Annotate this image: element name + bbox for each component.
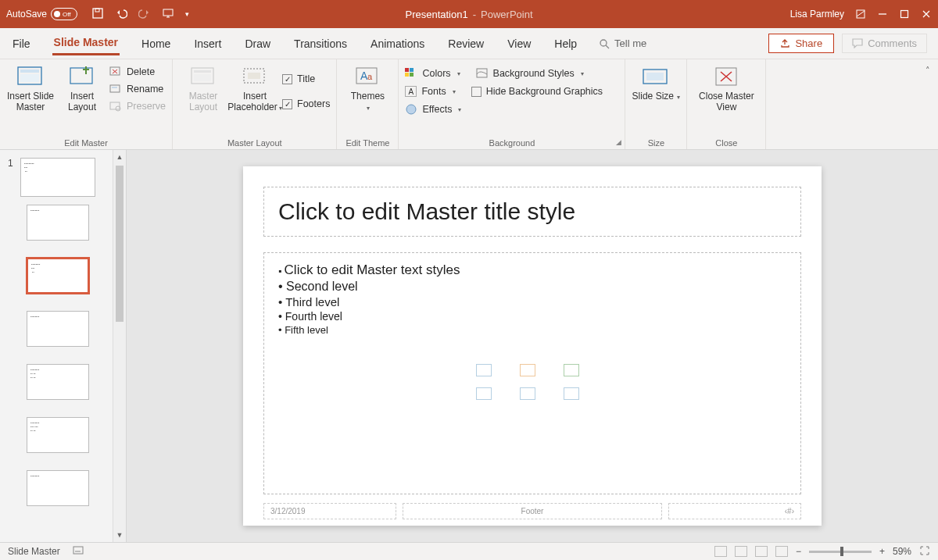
- present-icon[interactable]: [162, 7, 174, 22]
- autosave-control[interactable]: AutoSave Off: [6, 8, 77, 20]
- slide-canvas[interactable]: Click to edit Master title style Click t…: [127, 150, 938, 542]
- zoom-slider[interactable]: [809, 551, 872, 553]
- zoom-out-button[interactable]: −: [796, 546, 801, 557]
- bg-styles-button[interactable]: Background Styles▾: [476, 67, 584, 80]
- status-mode: Slide Master: [8, 546, 60, 557]
- scroll-thumb[interactable]: [116, 166, 124, 322]
- hide-bg-checkbox[interactable]: Hide Background Graphics: [471, 86, 603, 97]
- close-icon[interactable]: [921, 9, 932, 20]
- maximize-icon[interactable]: [899, 9, 910, 20]
- window-title: Presentation1 - PowerPoint: [405, 9, 532, 20]
- title-placeholder[interactable]: Click to edit Master title style: [263, 187, 801, 237]
- save-icon[interactable]: [91, 7, 104, 22]
- bullet-3[interactable]: Third level: [278, 295, 786, 309]
- slide-master-icon: [16, 66, 45, 87]
- qat-customize-icon[interactable]: ▾: [185, 10, 189, 18]
- scroll-down-icon[interactable]: ▼: [113, 528, 126, 542]
- master-layout-icon: [189, 66, 217, 87]
- app-name: PowerPoint: [481, 9, 532, 20]
- effects-label: Effects: [422, 104, 452, 115]
- tab-draw[interactable]: Draw: [243, 33, 272, 55]
- normal-view-icon[interactable]: [714, 546, 727, 557]
- thumb-scrollbar[interactable]: ▲ ▼: [113, 150, 126, 542]
- sorter-view-icon[interactable]: [735, 546, 747, 557]
- zoom-in-button[interactable]: +: [879, 546, 885, 557]
- insert-table-icon[interactable]: [476, 364, 492, 376]
- minimize-icon[interactable]: [877, 9, 888, 20]
- tab-insert[interactable]: Insert: [192, 33, 223, 55]
- status-bar: Slide Master − + 59%: [0, 542, 938, 560]
- insert-layout-button[interactable]: Insert Layout: [58, 62, 106, 112]
- insert-online-picture-icon[interactable]: [520, 387, 535, 400]
- group-label-close: Close: [693, 138, 759, 149]
- date-placeholder[interactable]: 3/12/2019: [263, 503, 396, 519]
- slideshow-view-icon[interactable]: [775, 546, 788, 557]
- tab-view[interactable]: View: [506, 33, 532, 55]
- content-placeholder-icons[interactable]: [476, 364, 589, 400]
- notes-icon[interactable]: [73, 546, 84, 558]
- zoom-level[interactable]: 59%: [893, 546, 911, 557]
- insert-slide-master-button[interactable]: Insert Slide Master: [6, 62, 55, 112]
- insert-picture-icon[interactable]: [476, 387, 492, 400]
- thumb-layout-6[interactable]: ▪▪▪▪▪▪▪▪: [27, 470, 89, 506]
- tab-transitions[interactable]: Transitions: [292, 33, 349, 55]
- slide[interactable]: Click to edit Master title style Click t…: [243, 166, 822, 526]
- tell-me-search[interactable]: Tell me: [599, 37, 646, 49]
- tab-review[interactable]: Review: [446, 33, 485, 55]
- insert-video-icon[interactable]: [564, 387, 579, 400]
- tab-file[interactable]: File: [11, 33, 32, 55]
- slide-size-button[interactable]: Slide Size ▾: [632, 62, 680, 102]
- slide-number-placeholder[interactable]: ‹#›: [668, 503, 801, 519]
- dialog-launcher-icon[interactable]: ◢: [616, 138, 621, 146]
- title-checkbox[interactable]: ✓Title: [282, 73, 330, 84]
- fit-to-window-icon[interactable]: [919, 545, 930, 558]
- delete-button[interactable]: Delete: [109, 66, 166, 78]
- redo-icon[interactable]: [138, 7, 151, 22]
- master-index: 1: [8, 158, 16, 197]
- themes-button[interactable]: Aa Themes▾: [343, 62, 392, 112]
- tab-animations[interactable]: Animations: [369, 33, 426, 55]
- rename-button[interactable]: Rename: [109, 83, 166, 95]
- thumb-layout-3[interactable]: ▪▪▪▪▪▪▪▪: [27, 311, 89, 347]
- bullet-5[interactable]: Fifth level: [278, 324, 786, 336]
- insert-smartart-icon[interactable]: [564, 364, 579, 376]
- autosave-toggle[interactable]: Off: [51, 8, 77, 20]
- group-edit-theme: Aa Themes▾ Edit Theme: [337, 59, 399, 149]
- effects-button[interactable]: Effects▾: [405, 103, 461, 116]
- title-chk-label: Title: [297, 73, 315, 84]
- user-name[interactable]: Lisa Parmley: [790, 9, 844, 20]
- thumb-layout-2[interactable]: ▪▪▪▪▪▪▪▪▪▪▪ ▪▪: [27, 258, 89, 294]
- search-icon: [599, 38, 610, 49]
- collapse-ribbon[interactable]: ˄: [925, 59, 938, 149]
- insert-placeholder-button[interactable]: Insert Placeholder▾: [231, 62, 279, 112]
- insert-chart-icon[interactable]: [520, 364, 535, 376]
- bullet-2[interactable]: Second level: [278, 280, 786, 294]
- svg-rect-30: [410, 73, 414, 77]
- footers-checkbox[interactable]: ✓Footers: [282, 98, 330, 109]
- tab-help[interactable]: Help: [553, 33, 578, 55]
- close-master-view-button[interactable]: Close Master View: [693, 62, 759, 112]
- footer-placeholder[interactable]: Footer: [403, 503, 662, 519]
- colors-button[interactable]: Colors▾: [405, 67, 460, 80]
- footer-placeholders: 3/12/2019 Footer ‹#›: [263, 503, 801, 519]
- zoom-thumb[interactable]: [840, 547, 843, 556]
- comment-icon: [852, 38, 863, 48]
- delete-label: Delete: [127, 66, 155, 77]
- share-button[interactable]: Share: [768, 34, 834, 53]
- thumb-layout-4[interactable]: ▪▪▪▪▪▪▪▪▪▪ ▪▪▪▪ ▪▪: [27, 364, 89, 400]
- thumb-layout-5[interactable]: ▪▪▪▪▪▪▪▪▪▪▪ ▪▪▪▪▪ ▪▪: [27, 417, 89, 453]
- tab-home[interactable]: Home: [140, 33, 172, 55]
- ribbon-display-icon[interactable]: [855, 9, 866, 20]
- scroll-up-icon[interactable]: ▲: [113, 150, 126, 164]
- undo-icon[interactable]: [115, 7, 127, 22]
- bullet-4[interactable]: Fourth level: [278, 310, 786, 323]
- reading-view-icon[interactable]: [755, 546, 768, 557]
- fonts-button[interactable]: AFonts▾: [405, 86, 455, 97]
- thumb-layout-1[interactable]: ▪▪▪▪▪▪▪▪: [27, 205, 89, 241]
- comments-button[interactable]: Comments: [842, 34, 927, 53]
- bullet-1[interactable]: Click to edit Master text styles: [278, 262, 786, 278]
- body-placeholder[interactable]: Click to edit Master text styles Second …: [263, 252, 801, 494]
- tab-slide-master[interactable]: Slide Master: [52, 31, 120, 55]
- preserve-button[interactable]: Preserve: [109, 100, 166, 112]
- thumb-master[interactable]: ▪▪▪▪▪▪▪▪▪▪▪▪ ▪▪: [20, 158, 95, 197]
